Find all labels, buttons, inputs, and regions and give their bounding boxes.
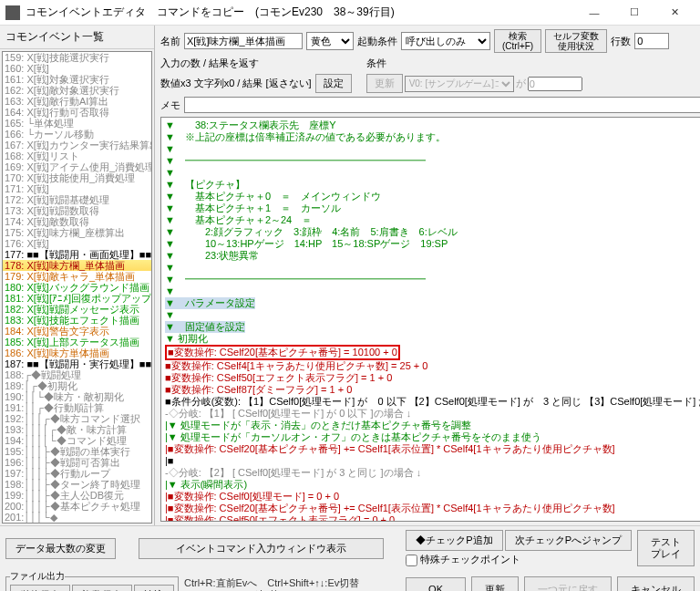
checkpoint-next-button[interactable]: 次チェックPへジャンプ [505, 530, 632, 551]
list-item[interactable]: 175: X[戦]味方欄_座標算出 [3, 227, 151, 238]
cond-var-select[interactable]: V0: [サンプルゲーム]コャ [405, 76, 514, 92]
code-line[interactable]: ▼ 基本ピクチャ＋0 ＝ メインウィンドウ [165, 191, 700, 202]
list-item[interactable]: 201:│││└◆ [3, 512, 151, 523]
list-item[interactable]: 171: X[戦] [3, 183, 151, 194]
list-item[interactable]: 172: X[戦]戦闘基礎処理 [3, 194, 151, 205]
code-line[interactable]: -◇分岐: 【1】 [ CSelf0[処理モード] が 0 以下 ]の場合 ↓ [165, 408, 700, 420]
list-item[interactable]: 200:│││├◆基本ピクチャ処理 [3, 501, 151, 512]
list-item[interactable]: 161: X[戦]対象選択実行 [3, 74, 151, 85]
code-line[interactable]: ▼ 38:ステータス欄表示先 座標Y [165, 119, 700, 131]
cond-value-input[interactable] [528, 77, 582, 91]
code-line[interactable]: ▼ 2:顔グラフィック 3:顔枠 4:名前 5:肩書き 6:レベル [165, 226, 700, 238]
list-item[interactable]: 179: X[戦]敵キャラ_単体描画 [3, 271, 151, 282]
load-button[interactable]: 読込 [134, 585, 174, 591]
list-item[interactable]: 190:││└◆味方・敵初期化 [3, 391, 151, 402]
code-line[interactable]: ▼ 固定値を設定 [165, 321, 700, 333]
code-line[interactable]: ▼ ━━━━━━━━━━━━━━━━━━━━━━━━ [165, 155, 700, 167]
cond-select[interactable]: 呼び出しのみ [401, 32, 490, 50]
list-item[interactable]: 199:│││├◆主人公DB復元 [3, 490, 151, 501]
list-item[interactable]: 202: ■■■■■■■■■■ [3, 523, 151, 524]
code-line[interactable]: ▼ [165, 262, 700, 274]
revert-button[interactable]: 一つ元に戻す [524, 576, 612, 592]
code-line[interactable]: |■変数操作: CSelf20[基本ピクチャ番号] += CSelf1[表示位置… [165, 443, 700, 455]
list-item[interactable]: 162: X[戦]敵対象選択実行 [3, 85, 151, 96]
name-input[interactable] [184, 33, 303, 49]
list-item[interactable]: 167: X[戦]カウンター実行結果算出 [3, 140, 151, 150]
list-item[interactable]: 197:│││├◆行動ループ [3, 468, 151, 479]
settings-button[interactable]: 設定 [315, 74, 352, 93]
event-command-window-button[interactable]: イベントコマンド入力ウィンドウ表示 [139, 538, 384, 559]
code-line[interactable]: |▼ 表示(瞬間表示) [165, 479, 700, 491]
code-line[interactable]: ▼ 10～13:HPゲージ 14:HP 15～18:SPゲージ 19:SP [165, 238, 700, 250]
checkpoint-add-button[interactable]: ◆チェックP追加 [406, 530, 502, 551]
code-line[interactable]: ▼ [165, 309, 700, 321]
code-line[interactable]: ▼ [165, 167, 700, 179]
list-item[interactable]: 187: ■■【戦闘用・実行処理】■■ [3, 358, 151, 369]
code-area[interactable]: ▼ 38:ステータス欄表示先 座標Y▼ ※上記の座標は倍率補正済みの値である必要… [160, 117, 700, 522]
list-item[interactable]: 160: X[戦] [3, 63, 151, 74]
code-line[interactable]: ■条件分岐(変数): 【1】CSelf0[処理モード] が 0 以下 【2】CS… [165, 396, 700, 408]
update-button[interactable]: 更新 [471, 576, 519, 592]
code-line[interactable]: ■変数操作: CSelf50[エフェクト表示フラグ] = 1 + 0 [165, 372, 700, 384]
list-item[interactable]: 159: X[戦]技能選択実行 [3, 52, 151, 63]
list-item[interactable]: 188:┌◆戦闘処理 [3, 369, 151, 380]
list-item[interactable]: 178: X[戦]味方欄_単体描画 [3, 260, 151, 271]
list-item[interactable]: 195:│││├◆戦闘の単体実行 [3, 446, 151, 457]
test-play-button[interactable]: テスト プレイ [637, 530, 695, 566]
code-line[interactable]: ▼ 初期化 [165, 333, 700, 345]
code-line[interactable]: ▼ 基本ピクチャ＋2～24 ＝ [165, 214, 700, 226]
list-item[interactable]: 193:││││┌◆敵・味方計算 [3, 424, 151, 435]
search-button[interactable]: 検索 (Ctrl+F) [494, 29, 541, 53]
rows-input[interactable] [634, 33, 669, 49]
code-line[interactable]: -◇分岐: 【2】 [ CSelf0[処理モード] が 3 と同じ ]の場合 ↓ [165, 467, 700, 479]
minimize-button[interactable]: — [574, 0, 614, 26]
code-line[interactable]: ▼ 23:状態異常 [165, 250, 700, 262]
common-event-list[interactable]: 159: X[戦]技能選択実行160: X[戦]161: X[戦]対象選択実行1… [2, 51, 152, 524]
code-line[interactable]: |▼ 処理モードが「カーソルオン・オフ」のときは基本ピクチャ番号をそのまま使う [165, 431, 700, 443]
code-line[interactable]: ▼ [165, 285, 700, 297]
list-item[interactable]: 169: X[戦]アイテム使用_消費処理 [3, 161, 151, 172]
list-item[interactable]: 170: X[戦]技能使用_消費処理 [3, 172, 151, 183]
list-item[interactable]: 194:││││└◆コマンド処理 [3, 435, 151, 446]
list-item[interactable]: 166: └カーソル移動 [3, 129, 151, 140]
code-line[interactable]: |■変数操作: CSelf0[処理モード] = 0 + 0 [165, 491, 700, 503]
list-item[interactable]: 183: X[戦]技能エフェクト描画 [3, 315, 151, 326]
maxdata-button[interactable]: データ最大数の変更 [5, 538, 116, 559]
code-line[interactable]: ■変数操作: CSelf20[基本ピクチャ番号] = 10100 + 0 [165, 345, 700, 360]
list-item[interactable]: 184: X[戦]警告文字表示 [3, 326, 151, 337]
list-item[interactable]: 168: X[戦]リスト [3, 150, 151, 161]
code-line[interactable]: ▼ パラメータ設定 [165, 297, 700, 309]
code-line[interactable]: |■変数操作: CSelf50[エフェクト表示フラグ] = 0 + 0 [165, 514, 700, 522]
code-line[interactable]: ▼ [165, 143, 700, 155]
save-multi-button[interactable]: 複数保存 [72, 585, 132, 591]
code-line[interactable]: |▼ 処理モードが「表示・消去」のときだけ基本ピクチャ番号を調整 [165, 420, 700, 431]
maximize-button[interactable]: ☐ [614, 0, 654, 26]
code-line[interactable]: ▼ 【ピクチャ】 [165, 179, 700, 191]
list-item[interactable]: 174: X[戦]敵数取得 [3, 216, 151, 227]
special-checkpoint-checkbox[interactable] [406, 555, 417, 566]
code-line[interactable]: |■変数操作: CSelf20[基本ピクチャ番号] += CSelf1[表示位置… [165, 503, 700, 514]
list-item[interactable]: 173: X[戦]戦闘数取得 [3, 205, 151, 216]
list-item[interactable]: 176: X[戦] [3, 238, 151, 249]
code-line[interactable]: ■変数操作: CSelf87[ダミーフラグ] = 1 + 0 [165, 384, 700, 396]
list-item[interactable]: 164: X[戦]行動可否取得 [3, 107, 151, 118]
list-item[interactable]: 196:│││├◆戦闘可否算出 [3, 457, 151, 468]
list-item[interactable]: 181: X[戦][ｱﾆﾒ]回復ポップアップ [3, 293, 151, 304]
color-select[interactable]: 黄色 [306, 32, 354, 50]
list-item[interactable]: 186: X[戦]味方単体描画 [3, 347, 151, 358]
selfvar-button[interactable]: セルフ変数 使用状況 [545, 29, 607, 53]
list-item[interactable]: 163: X[戦]敵行動AI算出 [3, 96, 151, 107]
list-item[interactable]: 180: X[戦]バックグラウンド描画 [3, 282, 151, 293]
list-item[interactable]: 165: └単体処理 [3, 118, 151, 129]
list-item[interactable]: 182: X[戦]戦闘メッセージ表示 [3, 304, 151, 315]
list-item[interactable]: 191:││┌◆行動順計算 [3, 402, 151, 413]
code-line[interactable]: ■変数操作: CSelf4[1キャラあたり使用ピクチャ数] = 25 + 0 [165, 360, 700, 372]
code-line[interactable]: ▼ 基本ピクチャ＋1 ＝ カーソル [165, 202, 700, 214]
list-item[interactable]: 198:│││├◆ターン終了時処理 [3, 479, 151, 490]
code-line[interactable]: ▼ ━━━━━━━━━━━━━━━━━━━━━━━━ [165, 274, 700, 285]
ok-button[interactable]: OK [406, 577, 466, 591]
list-item[interactable]: 192:│││┌◆味方コマンド選択 [3, 413, 151, 424]
code-line[interactable]: |■ [165, 455, 700, 467]
save-single-button[interactable]: 単体保存 [10, 585, 70, 591]
list-item[interactable]: 185: X[戦]上部ステータス描画 [3, 337, 151, 347]
